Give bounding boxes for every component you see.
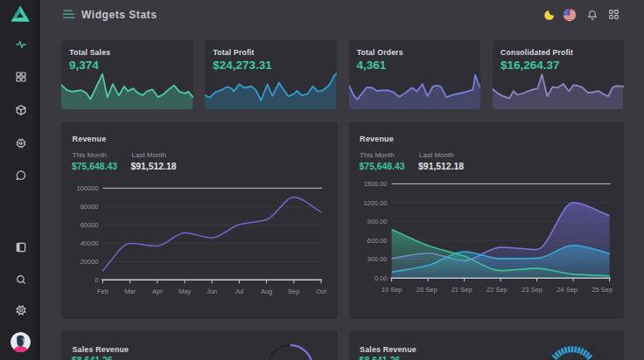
svg-text:100000: 100000 bbox=[76, 183, 98, 191]
svg-text:Sep: Sep bbox=[288, 287, 299, 294]
svg-text:24 Sep: 24 Sep bbox=[556, 286, 578, 294]
svg-text:Mar: Mar bbox=[124, 287, 136, 294]
svg-text:Apr: Apr bbox=[152, 287, 163, 294]
svg-text:Oct: Oct bbox=[316, 287, 327, 294]
svg-text:Feb: Feb bbox=[97, 287, 108, 294]
svg-text:Jun: Jun bbox=[206, 287, 217, 294]
svg-text:Aug: Aug bbox=[261, 287, 272, 294]
svg-text:40000: 40000 bbox=[80, 239, 99, 246]
svg-text:0.00: 0.00 bbox=[374, 273, 387, 281]
svg-text:22 Sep: 22 Sep bbox=[486, 286, 508, 294]
svg-text:20000: 20000 bbox=[80, 257, 99, 265]
svg-text:20 Sep: 20 Sep bbox=[416, 286, 437, 294]
svg-text:300.00: 300.00 bbox=[367, 255, 387, 263]
svg-text:23 Sep: 23 Sep bbox=[522, 286, 542, 294]
svg-text:60000: 60000 bbox=[80, 220, 99, 228]
svg-text:25 Sep: 25 Sep bbox=[592, 286, 612, 294]
svg-text:600.00: 600.00 bbox=[367, 236, 387, 244]
svg-text:19 Sep: 19 Sep bbox=[381, 286, 402, 294]
svg-text:900.00: 900.00 bbox=[367, 218, 387, 225]
svg-text:21 Sep: 21 Sep bbox=[452, 286, 472, 294]
svg-text:0: 0 bbox=[94, 275, 98, 283]
svg-text:80000: 80000 bbox=[80, 202, 99, 210]
svg-text:May: May bbox=[178, 287, 191, 294]
svg-text:Jul: Jul bbox=[235, 287, 244, 294]
svg-text:1500.00: 1500.00 bbox=[363, 179, 387, 187]
svg-text:1200.00: 1200.00 bbox=[363, 198, 387, 206]
